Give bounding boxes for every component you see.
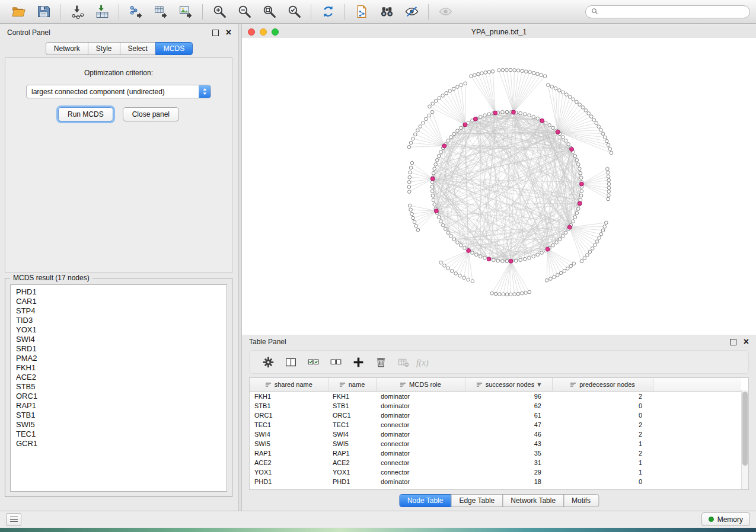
column-header-icon: [265, 382, 272, 388]
node-table: shared namenameMCDS rolesuccessor nodes▼…: [249, 377, 749, 490]
table-tab-edge-table[interactable]: Edge Table: [451, 494, 503, 507]
close-panel-icon[interactable]: ×: [226, 28, 231, 37]
result-node[interactable]: ACE2: [16, 373, 227, 382]
cell-predecessors: 0: [552, 477, 653, 486]
result-node[interactable]: GCR1: [16, 439, 227, 448]
cell-successors: 35: [465, 448, 552, 458]
export-document-button[interactable]: [349, 2, 374, 21]
network-view[interactable]: [242, 38, 756, 335]
zoom-out-button[interactable]: [232, 2, 257, 21]
table-row[interactable]: SWI5SWI5connector431: [250, 439, 741, 448]
result-node[interactable]: SRD1: [16, 344, 227, 354]
deselect-all-button[interactable]: [324, 353, 347, 371]
table-row[interactable]: SWI4SWI4dominator462: [250, 430, 741, 439]
result-node[interactable]: CAR1: [16, 297, 227, 306]
table-row[interactable]: ORC1ORC1dominator610: [250, 411, 741, 420]
close-table-panel-icon[interactable]: ×: [744, 337, 749, 347]
cell-shared_name: SWI5: [250, 439, 328, 448]
search-input[interactable]: [602, 7, 744, 17]
tab-mcds[interactable]: MCDS: [155, 42, 193, 55]
refresh-button[interactable]: [315, 2, 340, 21]
toggle-graphics-button[interactable]: [399, 2, 424, 21]
table-tab-node-table[interactable]: Node Table: [399, 494, 452, 507]
close-panel-button[interactable]: Close panel: [123, 107, 179, 121]
cell-predecessors: 0: [552, 401, 653, 411]
export-image-button[interactable]: [173, 2, 198, 21]
import-table-button[interactable]: [90, 2, 114, 21]
tab-style[interactable]: Style: [88, 42, 120, 55]
table-row[interactable]: RAP1RAP1dominator352: [250, 448, 741, 458]
table-scrollbar-thumb[interactable]: [742, 392, 748, 466]
refresh-icon: [321, 4, 336, 19]
result-node[interactable]: PHD1: [16, 287, 227, 297]
delete-column-button[interactable]: [369, 353, 392, 371]
table-row[interactable]: ACE2ACE2connector311: [250, 458, 741, 467]
criterion-dropdown[interactable]: largest connected component (undirected): [26, 85, 211, 98]
column-header-MCDS-role[interactable]: MCDS role: [376, 378, 465, 392]
table-scrollbar[interactable]: [741, 390, 748, 489]
zoom-fit-button[interactable]: [257, 2, 282, 21]
cell-role: dominator: [376, 448, 465, 458]
cell-successors: 47: [465, 420, 552, 430]
cell-role: connector: [376, 467, 465, 477]
mcds-result-list[interactable]: PHD1CAR1STP4TID3YOX1SWI4SRD1PMA2FKH1ACE2…: [10, 284, 227, 492]
tab-select[interactable]: Select: [120, 42, 156, 55]
table-tab-network-table[interactable]: Network Table: [502, 494, 564, 507]
sort-arrow-icon[interactable]: ▼: [537, 382, 541, 387]
search-box[interactable]: [585, 5, 750, 18]
result-node[interactable]: TEC1: [16, 430, 227, 439]
cell-predecessors: 2: [552, 448, 653, 458]
cell-name: STB1: [328, 401, 376, 411]
result-node[interactable]: SWI4: [16, 335, 227, 344]
result-node[interactable]: ORC1: [16, 392, 227, 401]
result-node[interactable]: STB5: [16, 382, 227, 392]
result-node[interactable]: PMA2: [16, 354, 227, 363]
network-window-titlebar[interactable]: YPA_prune.txt_1: [242, 27, 756, 39]
result-node[interactable]: STB1: [16, 411, 227, 420]
function-builder-button[interactable]: f(x): [414, 353, 437, 371]
network-graph[interactable]: [242, 38, 756, 335]
result-node[interactable]: SWI5: [16, 420, 227, 430]
result-node[interactable]: RAP1: [16, 401, 227, 411]
dropdown-stepper-icon[interactable]: [199, 85, 210, 98]
import-network-button[interactable]: [65, 2, 90, 21]
zoom-selected-button[interactable]: [282, 2, 307, 21]
column-header-successor-nodes[interactable]: successor nodes▼: [465, 378, 552, 392]
tab-network[interactable]: Network: [46, 42, 88, 55]
cell-successors: 43: [465, 439, 552, 448]
table-row[interactable]: YOX1YOX1connector291: [250, 467, 741, 477]
export-table-button[interactable]: [148, 2, 173, 21]
column-header-shared-name[interactable]: shared name: [250, 378, 328, 392]
float-panel-icon[interactable]: [212, 30, 219, 36]
table-row[interactable]: STB1STB1dominator620: [250, 401, 741, 411]
column-header-predecessor-nodes[interactable]: predecessor nodes: [552, 378, 653, 392]
export-network-button[interactable]: [123, 2, 148, 21]
show-view-button[interactable]: [433, 2, 458, 21]
open-button[interactable]: [6, 2, 31, 21]
cell-filler: [653, 430, 741, 439]
table-row[interactable]: TEC1TEC1connector472: [250, 420, 741, 430]
result-node[interactable]: STP4: [16, 306, 227, 316]
show-panel-list-button[interactable]: [6, 513, 21, 526]
destroy-table-button[interactable]: [392, 353, 414, 371]
result-node[interactable]: TID3: [16, 316, 227, 325]
result-node[interactable]: YOX1: [16, 325, 227, 335]
select-all-button[interactable]: [302, 353, 324, 371]
table-row[interactable]: FKH1FKH1dominator962: [250, 392, 741, 402]
toolbar-separator: [119, 4, 119, 20]
show-columns-button[interactable]: [279, 353, 302, 371]
zoom-in-button[interactable]: [207, 2, 232, 21]
node-table-body: FKH1FKH1dominator962STB1STB1dominator620…: [250, 392, 741, 487]
column-header-name[interactable]: name: [328, 378, 376, 392]
table-row[interactable]: PHD1PHD1dominator180: [250, 477, 741, 486]
add-column-button[interactable]: [347, 353, 369, 371]
float-table-panel-icon[interactable]: [730, 339, 736, 345]
run-mcds-button[interactable]: Run MCDS: [58, 107, 113, 121]
cell-role: dominator: [376, 392, 465, 402]
result-node[interactable]: FKH1: [16, 363, 227, 373]
memory-button[interactable]: Memory: [701, 512, 750, 526]
table-tab-motifs[interactable]: Motifs: [563, 494, 599, 507]
table-settings-button[interactable]: [257, 353, 279, 371]
find-button[interactable]: [374, 2, 399, 21]
save-button[interactable]: [31, 2, 56, 21]
